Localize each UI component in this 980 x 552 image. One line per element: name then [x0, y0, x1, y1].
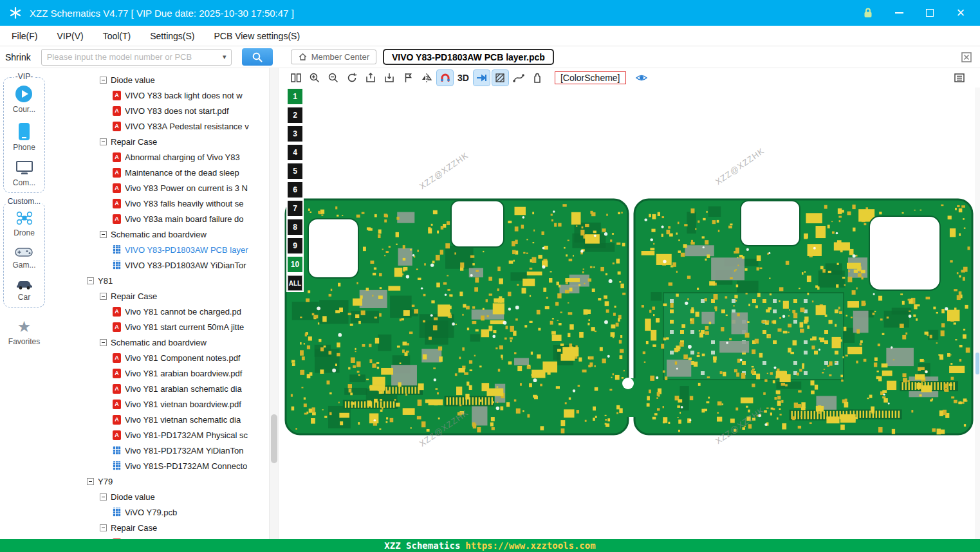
collapse-icon[interactable] [87, 277, 94, 284]
collapse-icon[interactable] [100, 524, 107, 531]
layer-button[interactable]: 4 [288, 145, 302, 160]
probe-flag-icon[interactable] [400, 70, 416, 86]
status-url-link[interactable]: https://www.xzztools.com [465, 540, 595, 551]
tree-item[interactable]: Vivo Y81S-PD1732AM Connecto [48, 458, 278, 474]
menu-item[interactable]: File(F) [12, 31, 37, 41]
tree-item[interactable]: Vivo Y81 cannot be charged.pd [48, 304, 278, 319]
refresh-icon[interactable] [344, 70, 360, 86]
menu-item[interactable]: Tool(T) [103, 31, 131, 41]
collapse-icon[interactable] [87, 478, 94, 485]
close-button[interactable]: × [954, 6, 967, 19]
layer-button[interactable]: 6 [288, 182, 302, 198]
tree-item[interactable]: Diode value [48, 489, 278, 504]
collapse-icon[interactable] [100, 138, 107, 145]
tree-item[interactable]: Vivo Y81 arabian schematic dia [48, 381, 278, 396]
tree-item[interactable]: ViVO Y79.pcb [48, 504, 278, 520]
collapse-icon[interactable] [100, 293, 107, 300]
tree-item[interactable]: Repair Case [48, 134, 278, 149]
tree-scrollbar[interactable] [269, 68, 278, 539]
menu-item[interactable]: VIP(V) [57, 31, 83, 41]
tree-item[interactable]: Schematic and boardview [48, 335, 278, 350]
tree-item[interactable]: Schematic and boardview [48, 226, 278, 242]
close-document-icon[interactable] [961, 51, 972, 63]
curve-measure-icon[interactable] [511, 70, 527, 86]
zoom-in-icon[interactable] [306, 70, 322, 86]
hand-tool-icon[interactable] [530, 70, 546, 86]
tree-item[interactable]: VIVO Y83-PD1803AW PCB layer [48, 242, 278, 257]
panel-toggle-icon[interactable] [951, 70, 967, 86]
collapse-icon[interactable] [100, 493, 107, 501]
layer-button[interactable]: 3 [288, 126, 302, 142]
tree-item[interactable]: Abnormal charging of Vivo Y83 [48, 149, 278, 165]
jump-arrow-icon[interactable] [474, 70, 490, 86]
search-input[interactable] [42, 52, 218, 62]
layer-button[interactable]: 7 [288, 201, 302, 216]
tree-item[interactable]: Diode value [48, 72, 278, 87]
zoom-out-icon[interactable] [325, 70, 341, 86]
pcb-board-canvas[interactable] [279, 87, 980, 539]
tree-item[interactable]: Vivo Y81 Component notes.pdf [48, 350, 278, 365]
collapse-icon[interactable] [100, 339, 107, 346]
layer-button[interactable]: 2 [288, 107, 302, 123]
phone-icon [19, 123, 30, 140]
layer-button[interactable]: 9 [288, 238, 302, 253]
tree-item[interactable]: Repair Case [48, 288, 278, 304]
viewer-scrollbar[interactable] [975, 87, 980, 539]
tree-item[interactable]: Vivo Y81 vietnan boardview.pdf [48, 396, 278, 412]
sidebar-item-course[interactable]: Cour... [13, 86, 35, 114]
member-center-button[interactable]: Member Center [291, 50, 376, 64]
collapse-icon[interactable] [100, 77, 107, 84]
3d-view-button[interactable]: 3D [456, 73, 471, 83]
colorscheme-button[interactable]: [ColorScheme] [555, 71, 626, 84]
minimize-button[interactable] [892, 6, 905, 19]
sidebar-item-game[interactable]: Gam... [12, 246, 35, 270]
tree-item[interactable]: VIVO Y83-PD1803AW YiDianTor [48, 257, 278, 273]
tree-item[interactable]: Y81 [48, 273, 278, 288]
silkscreen-icon[interactable] [437, 70, 453, 86]
collapse-icon[interactable] [100, 231, 107, 238]
combo-dropdown-icon[interactable]: ▾ [218, 53, 231, 61]
split-view-icon[interactable] [288, 70, 304, 86]
model-search-combobox[interactable]: ▾ [41, 49, 232, 66]
tree-item[interactable]: Vivo Y81 arabian boardview.pdf [48, 365, 278, 381]
open-document-tab[interactable]: VIVO Y83-PD1803AW PCB layer.pcb [383, 49, 554, 65]
menu-item[interactable]: Settings(S) [150, 31, 194, 41]
tree-item[interactable]: VIVO Y83 back light does not w [48, 87, 278, 103]
sidebar-item-car[interactable]: Car [15, 279, 33, 302]
sidebar-item-drone[interactable]: Drone [14, 210, 35, 237]
tree-item[interactable]: Vivo Y83a main board failure do [48, 211, 278, 226]
visibility-eye-icon[interactable] [634, 70, 650, 86]
hatch-select-icon[interactable] [492, 70, 508, 86]
tree-scrollbar-thumb[interactable] [271, 414, 277, 463]
layer-button[interactable]: 5 [288, 163, 302, 179]
tree-item[interactable]: VIVO Y83A Pedestal resistance v [48, 118, 278, 134]
tree-item[interactable]: Vivo Y81-PD1732AM YiDianTon [48, 443, 278, 458]
board-top-icon[interactable] [362, 70, 378, 86]
tree-item-label: Diode value [111, 75, 266, 85]
sidebar-item-favorites[interactable]: ★ Favorites [0, 319, 48, 346]
tree-item[interactable]: Vivo Y81 vietnan schematic dia [48, 412, 278, 427]
tree-item-label: VIVO Y83A Pedestal resistance v [125, 122, 266, 131]
flip-mirror-icon[interactable] [418, 70, 434, 86]
layer-button[interactable]: 10 [288, 257, 302, 272]
sidebar-item-computer[interactable]: Com... [13, 161, 35, 187]
layer-button[interactable]: ALL [288, 275, 302, 291]
tree-item[interactable]: VIVO Y83 does not start.pdf [48, 103, 278, 118]
tree-item[interactable]: Y79 [48, 474, 278, 489]
viewer-scrollbar-thumb[interactable] [975, 353, 979, 374]
tree-item[interactable]: Maintenance of the dead sleep [48, 165, 278, 180]
layer-button[interactable]: 8 [288, 219, 302, 235]
tree-item[interactable]: Vivo Y83 Power on current is 3 N [48, 180, 278, 196]
license-lock-icon[interactable] [862, 6, 874, 19]
layer-button[interactable]: 1 [288, 89, 302, 104]
tree-item[interactable]: Vivo Y83 falls heavily without se [48, 196, 278, 211]
board-bottom-icon[interactable] [381, 70, 397, 86]
shrink-button[interactable]: Shrink [5, 52, 31, 62]
maximize-button[interactable] [923, 6, 936, 19]
sidebar-item-phone[interactable]: Phone [13, 123, 35, 152]
tree-item[interactable]: Vivo Y81 start current 50mA jitte [48, 319, 278, 335]
search-button[interactable] [242, 48, 273, 66]
tree-item[interactable]: Vivo Y81-PD1732AM Physical sc [48, 427, 278, 443]
tree-item[interactable]: Repair Case [48, 520, 278, 535]
menu-item[interactable]: PCB View settings(S) [214, 31, 300, 41]
